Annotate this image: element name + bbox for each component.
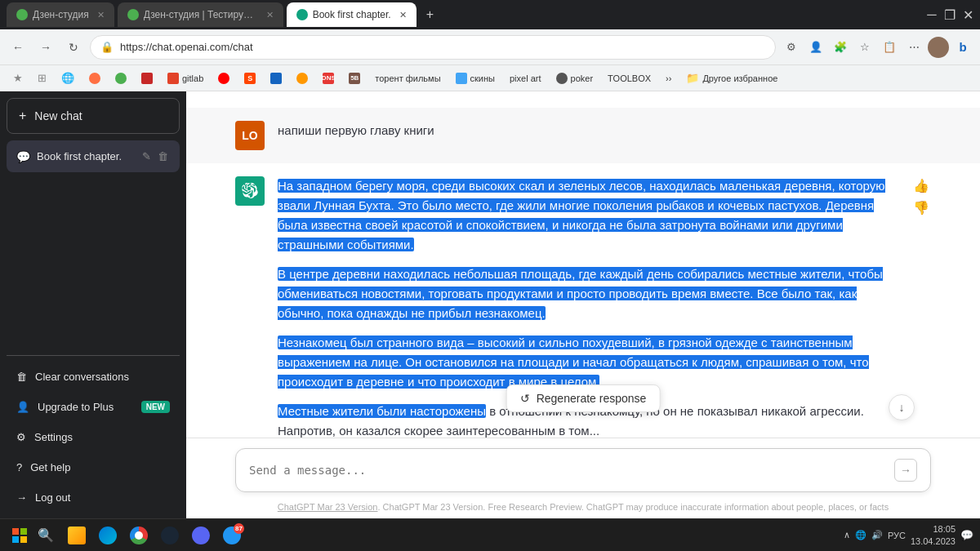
- bookmark-dns[interactable]: DNS: [316, 70, 341, 87]
- address-bar[interactable]: 🔒 https://chat.openai.com/chat: [90, 35, 776, 60]
- thumbs-down-button[interactable]: 👎: [911, 198, 931, 217]
- tab-1-label: Дзен-студия: [33, 9, 89, 20]
- chat-item-book[interactable]: 💬 Book first chapter. ✎ 🗑: [7, 140, 180, 172]
- send-button[interactable]: →: [894, 459, 917, 482]
- user-avatar: LO: [235, 121, 265, 150]
- bookmark-chrome[interactable]: [109, 70, 133, 87]
- tab-3-close[interactable]: ✕: [399, 10, 407, 20]
- network-icon: 🌐: [855, 530, 866, 540]
- message-actions: 👍 👎: [911, 176, 931, 438]
- chatgpt-version-link[interactable]: ChatGPT Mar 23 Version: [278, 502, 378, 512]
- sidebar-spacer: [7, 172, 180, 355]
- chat-item-label: Book first chapter.: [37, 150, 122, 162]
- collections-icon[interactable]: 📋: [879, 37, 900, 58]
- footer-text: ChatGPT Mar 23 Version. ChatGPT Mar 23 V…: [278, 502, 889, 512]
- reload-button[interactable]: ↻: [62, 36, 85, 59]
- bookmark-a[interactable]: [290, 70, 314, 87]
- bookmark-gitlab[interactable]: gitlab: [161, 70, 210, 87]
- selected-text-1: На западном берегу моря, среди высоких с…: [278, 179, 885, 251]
- close-button[interactable]: ✕: [962, 9, 973, 20]
- globe-icon: 🌐: [61, 72, 74, 84]
- scroll-down-button[interactable]: ↓: [889, 394, 915, 420]
- bookmark-5b[interactable]: 5B: [342, 70, 367, 87]
- taskbar-edge[interactable]: [93, 521, 122, 550]
- bookmark-toolbox[interactable]: TOOLBOX: [601, 71, 657, 86]
- discord-icon: [192, 527, 210, 544]
- edge-icon: [99, 527, 117, 544]
- bookmark-label-poker: poker: [571, 73, 594, 83]
- bookmark-more[interactable]: ››: [659, 71, 678, 86]
- logout-label: Log out: [35, 491, 70, 504]
- bookmark-poker[interactable]: poker: [550, 70, 600, 87]
- upgrade-label: Upgrade to Plus: [38, 401, 114, 413]
- tab-1-close[interactable]: ✕: [97, 10, 105, 20]
- maximize-button[interactable]: ❐: [944, 9, 956, 20]
- clear-conversations-button[interactable]: 🗑 Clear conversations: [7, 362, 180, 391]
- bookmark-globe[interactable]: 🌐: [55, 69, 81, 87]
- taskbar-discord[interactable]: [186, 521, 216, 550]
- extensions-btn[interactable]: 🧩: [830, 37, 851, 58]
- taskbar-steam[interactable]: [155, 521, 185, 550]
- bookmark-m[interactable]: [264, 70, 288, 87]
- chevron-up-icon[interactable]: ∧: [844, 530, 850, 540]
- new-chat-button[interactable]: + New chat: [7, 98, 180, 134]
- new-tab-button[interactable]: +: [420, 7, 440, 22]
- tab-2-close[interactable]: ✕: [266, 10, 274, 20]
- help-icon: ?: [16, 461, 22, 473]
- back-button[interactable]: ←: [7, 36, 29, 59]
- bookmark-icon-a: [296, 73, 308, 84]
- delete-chat-button[interactable]: 🗑: [156, 149, 170, 164]
- bookmark-star-icon[interactable]: ★: [7, 69, 29, 87]
- bookmark-other[interactable]: 📁 Другое избранное: [679, 69, 784, 87]
- bookmark-label-skins: скины: [470, 73, 495, 83]
- settings-button[interactable]: ⚙ Settings: [7, 423, 180, 451]
- taskbar-search-button[interactable]: 🔍: [33, 522, 59, 549]
- chat-bubble-icon: 💬: [16, 150, 30, 163]
- bookmark-plus-icon[interactable]: ⊞: [31, 69, 53, 87]
- taskbar-explorer[interactable]: [62, 521, 91, 550]
- bookmark-pixelart[interactable]: pixel art: [503, 71, 548, 86]
- notification-icon[interactable]: 💬: [960, 529, 973, 541]
- bookmarks-bar: ★ ⊞ 🌐 gitlab S: [0, 65, 980, 91]
- minimize-button[interactable]: ─: [926, 9, 938, 20]
- bookmark-label-pixelart: pixel art: [510, 73, 541, 83]
- bookmark-icon-s: S: [244, 73, 256, 84]
- edit-chat-button[interactable]: ✎: [140, 149, 153, 164]
- logout-button[interactable]: → Log out: [7, 483, 180, 512]
- taskbar-telegram[interactable]: 87: [217, 521, 247, 550]
- bookmark-skins[interactable]: скины: [449, 70, 501, 87]
- svg-rect-0: [12, 528, 19, 535]
- bookmark-torrent[interactable]: торент фильмы: [368, 71, 447, 86]
- tab-2[interactable]: Дзен-студия | Тестирую нейро... ✕: [118, 2, 283, 27]
- chat-input[interactable]: [249, 464, 888, 477]
- plus-icon: +: [19, 109, 26, 123]
- bookmark-orange-circle[interactable]: [82, 70, 107, 87]
- get-help-button[interactable]: ? Get help: [7, 453, 180, 482]
- thumbs-up-button[interactable]: 👍: [911, 176, 931, 195]
- forward-button[interactable]: →: [34, 36, 57, 59]
- taskbar-clock: 18:05 13.04.2023: [911, 523, 956, 547]
- edge-icon[interactable]: b: [952, 37, 973, 58]
- regenerate-popup[interactable]: ↺ Regenerate response: [506, 384, 661, 412]
- favorites-icon[interactable]: ☆: [854, 37, 875, 58]
- tab-1[interactable]: Дзен-студия ✕: [7, 2, 114, 27]
- more-btn[interactable]: ⋯: [903, 37, 924, 58]
- taskbar-chrome[interactable]: [124, 521, 154, 550]
- chat-item-actions: ✎ 🗑: [140, 149, 170, 164]
- upgrade-to-plus-button[interactable]: 👤 Upgrade to Plus NEW: [7, 393, 180, 421]
- taskbar: 🔍: [0, 518, 980, 551]
- new-badge: NEW: [141, 401, 170, 413]
- extensions-icon[interactable]: ⚙: [781, 37, 802, 58]
- profile-avatar[interactable]: [928, 37, 949, 58]
- start-button[interactable]: [7, 522, 33, 549]
- bookmark-s[interactable]: S: [238, 70, 262, 87]
- bookmark-yt[interactable]: [212, 70, 236, 87]
- bookmark-red-k[interactable]: [135, 70, 159, 87]
- footer-disclaimer: ChatGPT Mar 23 Version. Free Research Pr…: [383, 502, 889, 512]
- bookmark-label-toolbox: TOOLBOX: [608, 73, 651, 83]
- app-container: + New chat 💬 Book first chapter. ✎ 🗑 🗑: [0, 91, 980, 518]
- bookmark-icon-2: [115, 73, 127, 84]
- tab-3[interactable]: Book first chapter. ✕: [287, 2, 416, 27]
- account-icon[interactable]: 👤: [805, 37, 826, 58]
- bookmark-icon-dns: DNS: [323, 73, 334, 84]
